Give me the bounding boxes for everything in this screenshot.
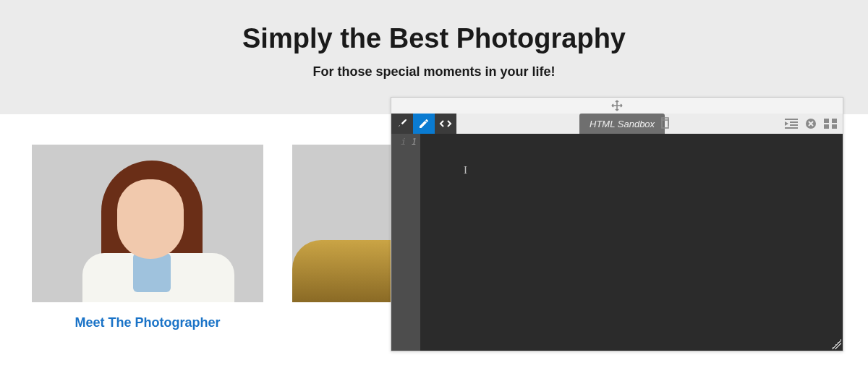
svg-rect-9 <box>832 124 837 129</box>
brush-tool-button[interactable] <box>391 114 413 134</box>
code-icon <box>439 118 452 129</box>
card-image <box>32 145 263 302</box>
svg-rect-3 <box>790 124 798 126</box>
svg-rect-2 <box>790 121 798 123</box>
page-subtitle: For those special moments in your life! <box>0 64 868 80</box>
grip-icon[interactable] <box>824 119 837 129</box>
panel-resize-handle[interactable] <box>831 339 841 349</box>
svg-rect-0 <box>662 120 668 128</box>
code-editor[interactable]: 1 I <box>391 134 843 351</box>
svg-rect-6 <box>824 119 829 123</box>
close-circle-icon[interactable] <box>805 118 817 129</box>
brush-icon <box>396 118 408 129</box>
code-tool-button[interactable] <box>435 114 456 134</box>
copy-icon[interactable] <box>659 116 671 129</box>
svg-rect-8 <box>824 124 829 129</box>
text-cursor-icon: I <box>464 164 467 176</box>
pencil-tool-button[interactable] <box>413 114 435 134</box>
pencil-icon <box>418 118 430 129</box>
panel-drag-handle[interactable] <box>391 98 843 114</box>
line-number: 1 <box>391 137 416 147</box>
card-meet-photographer[interactable]: Meet The Photographer <box>32 145 263 330</box>
svg-rect-7 <box>832 119 837 123</box>
panel-tab[interactable]: HTML Sandbox <box>579 114 665 134</box>
svg-rect-1 <box>785 119 798 120</box>
svg-rect-4 <box>785 127 798 129</box>
editor-gutter: 1 <box>391 134 420 351</box>
panel-toolbar: HTML Sandbox <box>391 114 843 134</box>
move-icon <box>611 100 623 111</box>
html-sandbox-panel: HTML Sandbox 1 I <box>391 97 843 351</box>
card-caption[interactable]: Meet The Photographer <box>32 315 263 330</box>
panel-tab-label: HTML Sandbox <box>590 119 655 129</box>
editor-content[interactable]: I <box>420 134 843 351</box>
indent-icon[interactable] <box>785 119 798 129</box>
page-title: Simply the Best Photography <box>0 23 868 54</box>
